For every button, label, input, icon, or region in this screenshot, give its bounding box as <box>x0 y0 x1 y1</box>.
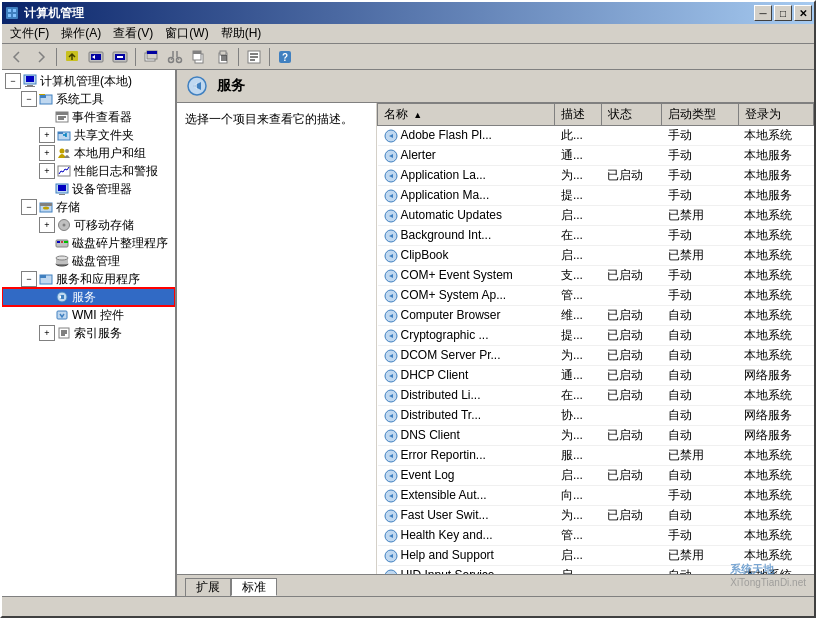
service-name-cell: Distributed Li... <box>378 386 555 406</box>
service-desc-cell: 支... <box>555 266 601 286</box>
col-name[interactable]: 名称 ▲ <box>378 104 555 126</box>
right-header: 服务 <box>177 70 814 103</box>
service-name-cell: Extensible Aut... <box>378 486 555 506</box>
properties-button[interactable] <box>243 46 265 68</box>
col-status[interactable]: 状态 <box>601 104 661 126</box>
device-manager-icon <box>54 181 70 197</box>
tree-disk-management[interactable]: 磁盘管理 <box>2 252 175 270</box>
svg-point-53 <box>63 224 66 227</box>
svg-rect-0 <box>6 7 18 19</box>
table-row[interactable]: COM+ System Ap...管...手动本地系统 <box>378 286 814 306</box>
table-row[interactable]: Event Log启...已启动自动本地系统 <box>378 466 814 486</box>
removable-storage-expander[interactable] <box>39 217 55 233</box>
table-row[interactable]: HID Input Service启...自动本地系统 <box>378 566 814 575</box>
help-button[interactable]: ? <box>274 46 296 68</box>
tree-system-tools[interactable]: 系统工具 <box>2 90 175 108</box>
table-row[interactable]: Automatic Updates启...已禁用本地系统 <box>378 206 814 226</box>
tab-standard[interactable]: 标准 <box>231 578 277 596</box>
tree-disk-defrag[interactable]: 磁盘碎片整理程序 <box>2 234 175 252</box>
table-row[interactable]: Cryptographic ...提...已启动自动本地系统 <box>378 326 814 346</box>
menu-view[interactable]: 查看(V) <box>107 23 159 44</box>
table-row[interactable]: Health Key and...管...手动本地系统 <box>378 526 814 546</box>
menu-bar: 文件(F) 操作(A) 查看(V) 窗口(W) 帮助(H) <box>2 24 814 44</box>
toolbar-sep-1 <box>56 48 57 66</box>
window-title: 计算机管理 <box>24 5 84 22</box>
paste-button[interactable] <box>212 46 234 68</box>
tree-device-manager[interactable]: 设备管理器 <box>2 180 175 198</box>
table-row[interactable]: COM+ Event System支...已启动手动本地系统 <box>378 266 814 286</box>
table-row[interactable]: Help and Support启...已禁用本地系统 <box>378 546 814 566</box>
service-icon <box>384 189 398 203</box>
services-apps-expander[interactable] <box>21 271 37 287</box>
services-panel[interactable]: 名称 ▲ 描述 状态 启动类型 <box>377 103 814 574</box>
service-status-cell <box>601 406 661 426</box>
table-row[interactable]: Error Reportin...服...已禁用本地系统 <box>378 446 814 466</box>
table-row[interactable]: Computer Browser维...已启动自动本地系统 <box>378 306 814 326</box>
up-button[interactable] <box>61 46 83 68</box>
right-content: 选择一个项目来查看它的描述。 名称 ▲ 描述 <box>177 103 814 574</box>
svg-rect-3 <box>8 14 11 17</box>
service-logon-cell: 本地系统 <box>738 526 813 546</box>
cut-button[interactable] <box>164 46 186 68</box>
tree-perf-logs[interactable]: 性能日志和警报 <box>2 162 175 180</box>
back-button[interactable] <box>6 46 28 68</box>
table-row[interactable]: Distributed Li...在...已启动自动本地系统 <box>378 386 814 406</box>
service-name-cell: Automatic Updates <box>378 206 555 226</box>
table-row[interactable]: DCOM Server Pr...为...已启动自动本地系统 <box>378 346 814 366</box>
service-logon-cell: 本地系统 <box>738 446 813 466</box>
col-startup[interactable]: 启动类型 <box>662 104 739 126</box>
col-logon[interactable]: 登录为 <box>738 104 813 126</box>
main-window: 计算机管理 ─ □ ✕ 文件(F) 操作(A) 查看(V) 窗口(W) 帮助(H… <box>0 0 816 618</box>
table-row[interactable]: Application La...为...已启动手动本地服务 <box>378 166 814 186</box>
menu-action[interactable]: 操作(A) <box>55 23 107 44</box>
svg-point-51 <box>43 207 49 210</box>
table-row[interactable]: DNS Client为...已启动自动网络服务 <box>378 426 814 446</box>
show-hide-console-button[interactable] <box>85 46 107 68</box>
tree-storage[interactable]: 存储 <box>2 198 175 216</box>
table-row[interactable]: Fast User Swit...为...已启动自动本地系统 <box>378 506 814 526</box>
shared-folders-expander[interactable] <box>39 127 55 143</box>
table-row[interactable]: Alerter通...手动本地服务 <box>378 146 814 166</box>
new-window-button[interactable] <box>140 46 162 68</box>
index-services-expander[interactable] <box>39 325 55 341</box>
console-button[interactable] <box>109 46 131 68</box>
tree-root[interactable]: 计算机管理(本地) <box>2 72 175 90</box>
storage-expander[interactable] <box>21 199 37 215</box>
perf-logs-expander[interactable] <box>39 163 55 179</box>
table-row[interactable]: ClipBook启...已禁用本地系统 <box>378 246 814 266</box>
table-row[interactable]: Application Ma...提...手动本地服务 <box>378 186 814 206</box>
tab-extended[interactable]: 扩展 <box>185 578 231 596</box>
service-icon <box>384 469 398 483</box>
tree-services[interactable]: 服务 <box>2 288 175 306</box>
table-row[interactable]: Background Int...在...手动本地系统 <box>378 226 814 246</box>
service-logon-cell: 本地系统 <box>738 306 813 326</box>
copy-button[interactable] <box>188 46 210 68</box>
tree-event-viewer[interactable]: 事件查看器 <box>2 108 175 126</box>
minimize-button[interactable]: ─ <box>754 5 772 21</box>
tree-removable-storage[interactable]: 可移动存储 <box>2 216 175 234</box>
menu-help[interactable]: 帮助(H) <box>215 23 268 44</box>
service-status-cell <box>601 126 661 146</box>
index-services-label: 索引服务 <box>74 325 122 342</box>
table-row[interactable]: Distributed Tr...协...自动网络服务 <box>378 406 814 426</box>
tree-wmi[interactable]: WMI 控件 <box>2 306 175 324</box>
close-button[interactable]: ✕ <box>794 5 812 21</box>
tree-services-apps[interactable]: 服务和应用程序 <box>2 270 175 288</box>
table-row[interactable]: DHCP Client通...已启动自动网络服务 <box>378 366 814 386</box>
service-icon <box>384 429 398 443</box>
tree-root-expander[interactable] <box>5 73 21 89</box>
title-bar-left: 计算机管理 <box>4 5 84 22</box>
forward-button[interactable] <box>30 46 52 68</box>
maximize-button[interactable]: □ <box>774 5 792 21</box>
tree-shared-folders[interactable]: 共享文件夹 <box>2 126 175 144</box>
local-users-expander[interactable] <box>39 145 55 161</box>
system-tools-expander[interactable] <box>21 91 37 107</box>
tree-index-services[interactable]: 索引服务 <box>2 324 175 342</box>
table-row[interactable]: Extensible Aut...向...手动本地系统 <box>378 486 814 506</box>
tree-local-users[interactable]: 本地用户和组 <box>2 144 175 162</box>
table-row[interactable]: Adobe Flash Pl...此...手动本地系统 <box>378 126 814 146</box>
menu-file[interactable]: 文件(F) <box>4 23 55 44</box>
menu-window[interactable]: 窗口(W) <box>159 23 214 44</box>
col-desc[interactable]: 描述 <box>555 104 601 126</box>
service-name-cell: Cryptographic ... <box>378 326 555 346</box>
